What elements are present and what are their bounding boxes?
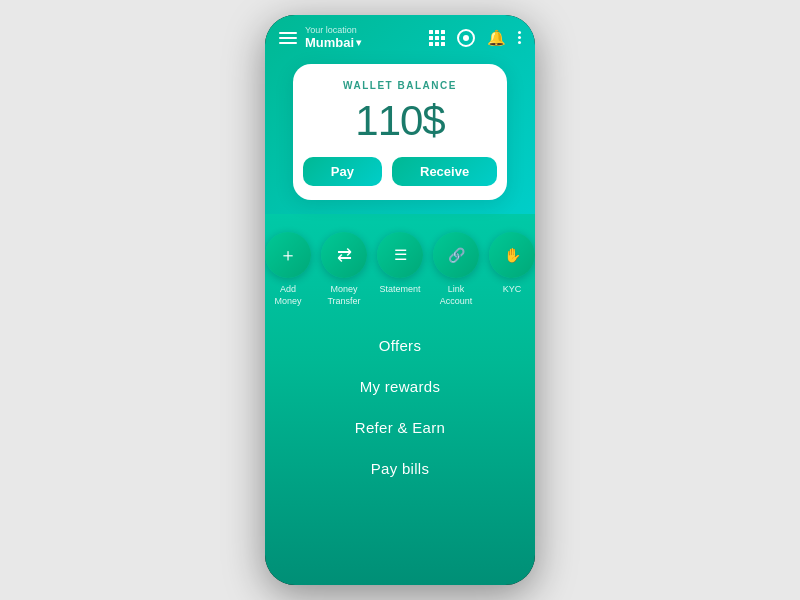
add-money-label: AddMoney bbox=[274, 284, 301, 307]
money-transfer-label: MoneyTransfer bbox=[327, 284, 360, 307]
menu-item-pay-bills[interactable]: Pay bills bbox=[265, 448, 535, 489]
location-label: Your location bbox=[305, 25, 361, 35]
receive-button[interactable]: Receive bbox=[392, 157, 497, 186]
app-header: Your location Mumbai 🔔 bbox=[265, 15, 535, 214]
more-options-icon[interactable] bbox=[518, 31, 521, 44]
wallet-actions: Pay Receive bbox=[307, 157, 493, 186]
hamburger-menu-button[interactable] bbox=[279, 32, 297, 44]
action-statement[interactable]: ☰ Statement bbox=[377, 232, 423, 307]
kyc-label: KYC bbox=[503, 284, 522, 296]
money-transfer-icon: ⇄ bbox=[337, 244, 352, 266]
action-kyc[interactable]: ✋ KYC bbox=[489, 232, 535, 307]
wallet-balance-label: WALLET BALANCE bbox=[307, 80, 493, 91]
action-add-money[interactable]: ＋ AddMoney bbox=[265, 232, 311, 307]
link-account-icon: 🔗 bbox=[448, 247, 465, 263]
statement-icon: ☰ bbox=[394, 246, 407, 264]
kyc-icon: ✋ bbox=[504, 247, 521, 263]
action-link-account[interactable]: 🔗 LinkAccount bbox=[433, 232, 479, 307]
action-money-transfer[interactable]: ⇄ MoneyTransfer bbox=[321, 232, 367, 307]
location-city: Mumbai bbox=[305, 35, 361, 50]
add-money-circle: ＋ bbox=[265, 232, 311, 278]
phone-frame: Your location Mumbai 🔔 bbox=[265, 15, 535, 585]
wallet-card: WALLET BALANCE 110$ Pay Receive bbox=[293, 64, 507, 200]
kyc-circle: ✋ bbox=[489, 232, 535, 278]
grid-icon[interactable] bbox=[429, 30, 445, 46]
statement-circle: ☰ bbox=[377, 232, 423, 278]
menu-item-my-rewards[interactable]: My rewards bbox=[265, 366, 535, 407]
wallet-amount-value: 110$ bbox=[307, 97, 493, 145]
menu-item-offers[interactable]: Offers bbox=[265, 325, 535, 366]
link-account-circle: 🔗 bbox=[433, 232, 479, 278]
menu-list: Offers My rewards Refer & Earn Pay bills bbox=[265, 315, 535, 585]
statement-label: Statement bbox=[379, 284, 420, 296]
pay-button[interactable]: Pay bbox=[303, 157, 382, 186]
main-content: ＋ AddMoney ⇄ MoneyTransfer ☰ Statement 🔗 bbox=[265, 214, 535, 585]
menu-item-refer-earn[interactable]: Refer & Earn bbox=[265, 407, 535, 448]
quick-actions-row: ＋ AddMoney ⇄ MoneyTransfer ☰ Statement 🔗 bbox=[265, 214, 535, 315]
add-money-icon: ＋ bbox=[279, 243, 297, 267]
location-block[interactable]: Your location Mumbai bbox=[305, 25, 361, 50]
notifications-icon[interactable]: 🔔 bbox=[487, 29, 506, 47]
money-transfer-circle: ⇄ bbox=[321, 232, 367, 278]
link-account-label: LinkAccount bbox=[440, 284, 473, 307]
profile-icon[interactable] bbox=[457, 29, 475, 47]
